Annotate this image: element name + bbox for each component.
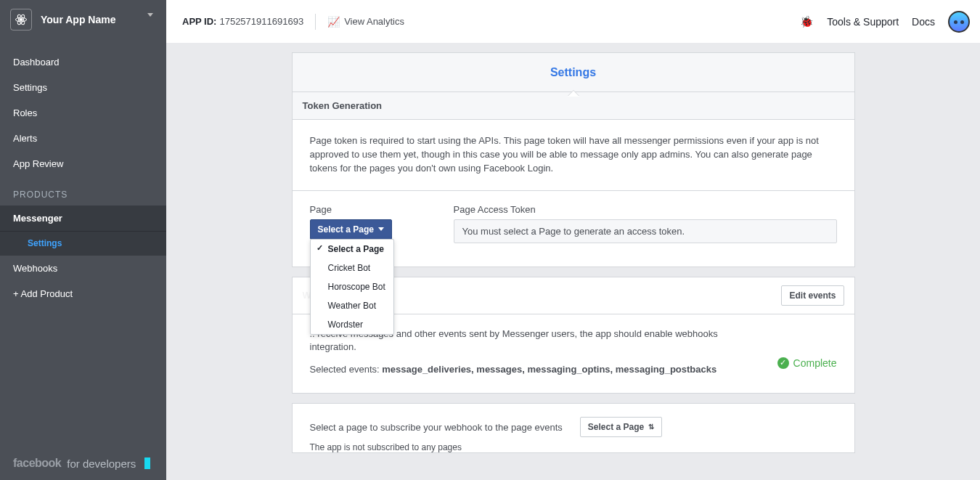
dropdown-item-horoscope[interactable]: Horoscope Bot	[311, 277, 393, 296]
subscription-note: The app is not subscribed to any pages	[310, 442, 837, 452]
avatar[interactable]	[948, 11, 970, 33]
sidebar-item-alerts[interactable]: Alerts	[0, 126, 166, 151]
webhook-status-label: Complete	[793, 357, 837, 369]
dropdown-item-select[interactable]: Select a Page	[311, 240, 393, 259]
token-generation-card: Token Generation Page token is required …	[292, 91, 855, 267]
app-id-value: 1752571911691693	[219, 16, 303, 27]
cursor-icon	[144, 457, 150, 469]
subscribe-select-label: Select a Page	[588, 422, 644, 432]
select-page-button[interactable]: Select a Page	[310, 219, 392, 240]
sidebar-item-app-review[interactable]: App Review	[0, 151, 166, 176]
topbar-right: 🐞 Tools & Support Docs	[800, 11, 970, 33]
chevron-down-icon	[147, 13, 153, 17]
sidebar-item-settings[interactable]: Settings	[0, 75, 166, 100]
app-name: Your App Name	[41, 14, 156, 25]
sidebar-item-webhooks[interactable]: Webhooks	[0, 256, 166, 281]
select-page-button-label: Select a Page	[318, 224, 374, 235]
app-switcher[interactable]: Your App Name	[0, 0, 166, 45]
nav-list: Dashboard Settings Roles Alerts App Revi…	[0, 49, 166, 176]
brand-footer: facebook for developers	[0, 447, 166, 480]
analytics-icon: 📈	[327, 16, 340, 28]
page-dropdown: Select a Page Cricket Bot Horoscope Bot …	[310, 239, 394, 335]
app-id-label: APP ID:	[182, 16, 216, 27]
selected-events-label: Selected events:	[310, 364, 383, 375]
access-token-box: You must select a Page to generate an ac…	[454, 219, 837, 243]
webhook-status: ✓ Complete	[777, 349, 837, 378]
selected-events-list: message_deliveries, messages, messaging_…	[382, 364, 716, 375]
page-field-label: Page	[310, 204, 433, 215]
product-messenger-settings[interactable]: Settings	[0, 232, 166, 256]
dropdown-item-cricket[interactable]: Cricket Bot	[311, 259, 393, 277]
divider	[315, 14, 316, 30]
access-token-label: Page Access Token	[454, 204, 837, 215]
product-messenger[interactable]: Messenger	[0, 206, 166, 232]
products-header: PRODUCTS	[0, 176, 166, 206]
svg-point-0	[20, 18, 22, 20]
settings-panel: Settings Token Generation Page token is …	[292, 52, 855, 453]
dropdown-item-weather[interactable]: Weather Bot	[311, 296, 393, 315]
token-generation-desc: Page token is required to start using th…	[293, 120, 854, 191]
panel-tabs: Settings	[292, 52, 855, 91]
edit-events-button[interactable]: Edit events	[781, 285, 844, 306]
content-area: APP ID: 1752571911691693 📈 View Analytic…	[166, 0, 980, 480]
check-circle-icon: ✓	[777, 357, 789, 369]
subscription-text: Select a page to subscribe your webhook …	[310, 422, 563, 433]
view-analytics-link[interactable]: 📈 View Analytics	[327, 16, 404, 28]
sidebar-add-product[interactable]: + Add Product	[0, 281, 166, 306]
facebook-wordmark: facebook	[13, 457, 61, 470]
subscription-card: Select a page to subscribe your webhook …	[292, 403, 855, 453]
docs-link[interactable]: Docs	[912, 16, 935, 28]
subscribe-select-page-button[interactable]: Select a Page ⇅	[580, 417, 662, 437]
sidebar-item-roles[interactable]: Roles	[0, 100, 166, 126]
tab-settings[interactable]: Settings	[528, 54, 618, 91]
analytics-label: View Analytics	[344, 16, 404, 27]
chevron-down-icon	[378, 227, 384, 231]
bug-icon[interactable]: 🐞	[800, 15, 814, 28]
sidebar: Your App Name Dashboard Settings Roles A…	[0, 0, 166, 480]
webhooks-text: .. receive messages and other events sen…	[310, 328, 777, 378]
tools-support-link[interactable]: Tools & Support	[827, 16, 899, 28]
token-generation-header: Token Generation	[293, 92, 854, 120]
sort-icon: ⇅	[648, 423, 654, 431]
dropdown-item-wordster[interactable]: Wordster	[311, 315, 393, 334]
for-developers-text: for developers	[67, 457, 136, 470]
product-messenger-group: Messenger Settings	[0, 206, 166, 256]
sidebar-item-dashboard[interactable]: Dashboard	[0, 49, 166, 75]
atom-icon	[10, 9, 32, 30]
token-form: Page Select a Page Select a Page Cricket…	[293, 191, 854, 267]
topbar: APP ID: 1752571911691693 📈 View Analytic…	[166, 0, 980, 43]
